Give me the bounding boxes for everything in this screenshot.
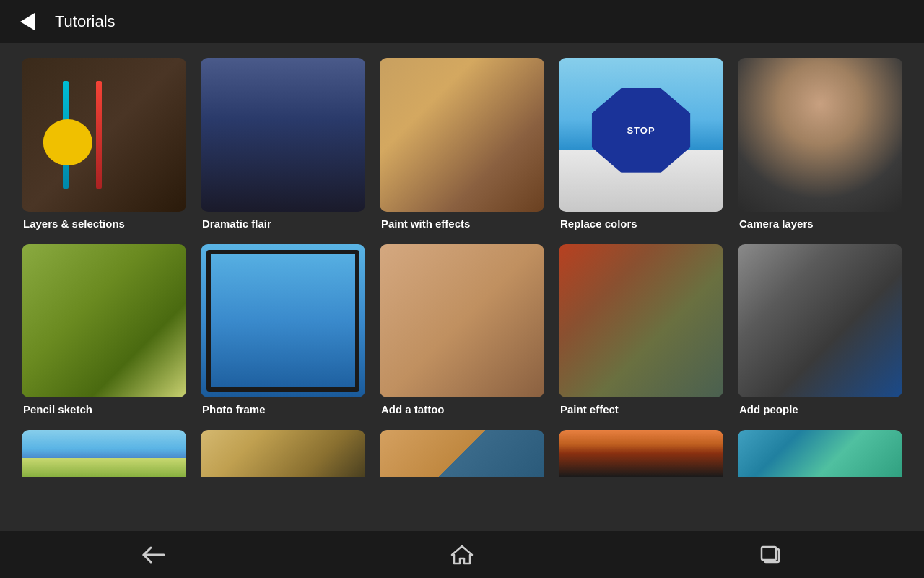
tutorial-label-layers-selections: Layers & selections — [22, 217, 186, 230]
tutorial-grid: Layers & selections Dramatic flair Paint… — [22, 58, 902, 477]
tutorial-thumb-paint-effect — [559, 244, 723, 398]
tutorial-thumb-replace-colors: STOP — [559, 58, 723, 212]
tutorial-thumb-row3-5 — [738, 430, 902, 477]
stop-sign-icon: STOP — [592, 88, 691, 173]
tutorial-label-replace-colors: Replace colors — [559, 217, 723, 230]
tutorial-item-row3-5[interactable] — [738, 430, 902, 477]
tutorial-item-row3-1[interactable] — [22, 430, 186, 477]
tutorial-label-paint-effect: Paint effect — [559, 403, 723, 415]
tutorial-thumb-photo-frame — [201, 244, 365, 398]
tutorial-thumb-layers-selections — [22, 58, 186, 212]
top-bar: Tutorials — [0, 0, 924, 43]
nav-recents-button[interactable] — [752, 540, 788, 569]
tutorial-thumb-pencil-sketch — [22, 244, 186, 398]
tutorial-item-add-people[interactable]: Add people — [738, 244, 902, 416]
nav-home-button[interactable] — [444, 540, 480, 569]
tutorial-label-photo-frame: Photo frame — [201, 403, 365, 415]
tutorial-thumb-add-a-tattoo — [380, 244, 544, 398]
tutorial-thumb-row3-2 — [201, 430, 365, 477]
tutorial-item-row3-2[interactable] — [201, 430, 365, 477]
tutorial-item-camera-layers[interactable]: Camera layers — [738, 58, 902, 230]
tutorial-label-paint-with-effects: Paint with effects — [380, 217, 544, 230]
nav-recents-icon — [759, 545, 782, 565]
tutorial-item-row3-4[interactable] — [559, 430, 723, 477]
nav-back-icon — [141, 545, 167, 565]
page-title: Tutorials — [55, 12, 116, 31]
tutorial-item-row3-3[interactable] — [380, 430, 544, 477]
tutorial-label-pencil-sketch: Pencil sketch — [22, 403, 186, 415]
tutorial-thumb-add-people — [738, 244, 902, 398]
tutorial-thumb-row3-1 — [22, 430, 186, 477]
tutorial-label-dramatic-flair: Dramatic flair — [201, 217, 365, 230]
tutorial-thumb-paint-with-effects — [380, 58, 544, 212]
layers-yellow-circle — [43, 119, 92, 165]
tutorial-label-add-people: Add people — [738, 403, 902, 415]
nav-home-icon — [450, 544, 474, 566]
svg-marker-1 — [452, 546, 472, 564]
tutorial-thumb-row3-3 — [380, 430, 544, 477]
svg-rect-3 — [762, 547, 776, 560]
tutorial-item-paint-effect[interactable]: Paint effect — [559, 244, 723, 416]
tutorial-label-add-a-tattoo: Add a tattoo — [380, 403, 544, 415]
tutorial-item-pencil-sketch[interactable]: Pencil sketch — [22, 244, 186, 416]
tutorial-item-dramatic-flair[interactable]: Dramatic flair — [201, 58, 365, 230]
tutorial-thumb-row3-4 — [559, 430, 723, 477]
tutorial-thumb-camera-layers — [738, 58, 902, 212]
tutorial-thumb-dramatic-flair — [201, 58, 365, 212]
back-button[interactable] — [14, 9, 40, 35]
tutorial-item-replace-colors[interactable]: STOP Replace colors — [559, 58, 723, 230]
tutorial-label-camera-layers: Camera layers — [738, 217, 902, 230]
back-arrow-icon — [20, 13, 35, 30]
nav-back-button[interactable] — [136, 540, 172, 569]
main-content: Layers & selections Dramatic flair Paint… — [0, 43, 924, 531]
bottom-nav-bar — [0, 531, 924, 578]
tutorial-item-photo-frame[interactable]: Photo frame — [201, 244, 365, 416]
tutorial-item-add-a-tattoo[interactable]: Add a tattoo — [380, 244, 544, 416]
tutorial-item-paint-with-effects[interactable]: Paint with effects — [380, 58, 544, 230]
tutorial-item-layers-selections[interactable]: Layers & selections — [22, 58, 186, 230]
